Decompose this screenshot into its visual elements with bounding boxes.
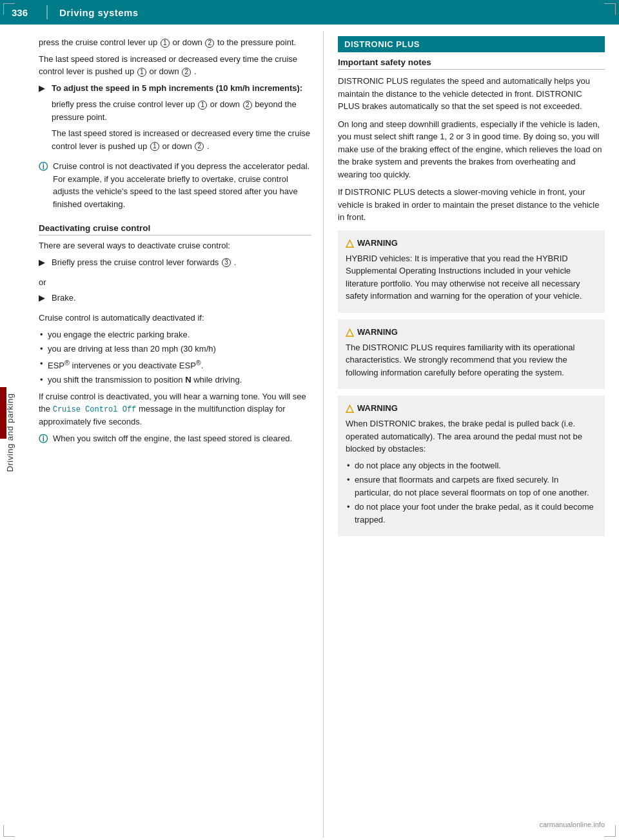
adjust-or: or down — [210, 99, 242, 109]
circle-1-intro: 1 — [161, 39, 170, 48]
distronic-intro: DISTRONIC PLUS regulates the speed and a… — [338, 75, 605, 113]
adjust-speed-item: ▶ To adjust the speed in 5 mph increment… — [39, 82, 311, 157]
long-steep-text: On long and steep downhill gradients, es… — [338, 118, 605, 181]
warning-text-2: The DISTRONIC PLUS requires familiarity … — [346, 341, 597, 379]
info-icon-1: ⓘ — [39, 160, 50, 214]
adjust-detail-para: briefly press the cruise control lever u… — [52, 98, 311, 123]
warning-label-2: WARNING — [357, 327, 398, 337]
header-title: Driving systems — [59, 7, 139, 18]
warning-text-1: HYBRID vehicles: It is imperative that y… — [346, 252, 597, 303]
warning-label-3: WARNING — [357, 403, 398, 413]
w3-bullet-text-3: do not place your foot under the brake p… — [355, 502, 594, 525]
info-content-2: When you switch off the engine, the last… — [53, 432, 311, 449]
corner-mark-tr — [604, 3, 616, 15]
intro-paragraph: press the cruise control lever up 1 or d… — [39, 36, 311, 49]
watermark: carmanualonline.info — [539, 821, 605, 828]
last-or: or down — [149, 66, 181, 76]
bullet-text-2: you are driving at less than 20 mph (30 … — [48, 344, 216, 354]
circle-2-adj: 2 — [243, 101, 252, 110]
adj-ls-period: . — [207, 141, 210, 151]
w3-bullet-text-1: do not place any objects in the footwell… — [355, 461, 501, 470]
intro-or: or down — [173, 37, 205, 47]
warning-box-2: △ WARNING The DISTRONIC PLUS requires fa… — [338, 319, 605, 390]
info-block-1: ⓘ Cruise control is not deactivated if y… — [39, 160, 311, 214]
header-bar: 336 Driving systems — [0, 0, 619, 25]
deactivating-heading: Deactivating cruise control — [39, 223, 311, 235]
sidebar-accent — [0, 387, 6, 439]
if-deact-para: If cruise control is deactivated, you wi… — [39, 390, 311, 428]
cruise-control-off-mono: Cruise Control Off — [53, 405, 137, 414]
bullet-item-3: ESP® intervenes or you deactivate ESP®. — [39, 357, 311, 372]
deact-bullet-list: you engage the electric parking brake. y… — [39, 328, 311, 386]
right-column: DISTRONIC PLUS Important safety notes DI… — [324, 31, 619, 837]
w3-bullet-1: do not place any objects in the footwell… — [346, 459, 597, 472]
warning-triangle-3: △ — [346, 402, 353, 414]
briefly-arrow: ▶ — [39, 256, 49, 273]
briefly-content: Briefly press the cruise control lever f… — [52, 256, 311, 273]
circle-1-adjls: 1 — [150, 142, 159, 151]
corner-mark-tl — [3, 3, 15, 15]
warning-header-1: △ WARNING — [346, 237, 597, 249]
adjust-content: To adjust the speed in 5 mph increments … — [52, 82, 311, 157]
last-period: . — [194, 66, 197, 76]
circle-2-adjls: 2 — [195, 142, 204, 151]
bullet-text-1: you engage the electric parking brake. — [48, 330, 190, 339]
corner-mark-br — [604, 825, 616, 837]
info-block-2: ⓘ When you switch off the engine, the la… — [39, 432, 311, 449]
adjust-last-speed: The last speed stored is increased or de… — [52, 127, 311, 152]
info-icon-2: ⓘ — [39, 432, 50, 449]
warning-text-3: When DISTRONIC brakes, the brake pedal i… — [346, 417, 597, 455]
w3-bullet-2: ensure that floormats and carpets are fi… — [346, 474, 597, 499]
page-number: 336 — [12, 7, 35, 18]
info-text-2: When you switch off the engine, the last… — [53, 432, 311, 445]
briefly-label: Briefly press the cruise control lever f… — [52, 257, 219, 267]
circle-1-adj: 1 — [198, 101, 207, 110]
last-speed-paragraph: The last speed stored is increased or de… — [39, 53, 311, 78]
header-divider — [46, 5, 48, 19]
info-text-1: Cruise control is not deactivated if you… — [53, 160, 311, 210]
left-column: press the cruise control lever up 1 or d… — [21, 31, 324, 837]
deactivating-intro: There are several ways to deactivate cru… — [39, 239, 311, 252]
or-line: or — [39, 276, 311, 289]
adj-ls-or: or down — [162, 141, 194, 151]
distronic-header: DISTRONIC PLUS — [338, 36, 605, 52]
briefly-period: . — [234, 257, 237, 267]
warning-box-1: △ WARNING HYBRID vehicles: It is imperat… — [338, 230, 605, 313]
warning-header-2: △ WARNING — [346, 326, 597, 338]
if-distronic-text: If DISTRONIC PLUS detects a slower-movin… — [338, 186, 605, 224]
bullet-text-3: ESP® intervenes or you deactivate ESP®. — [48, 361, 203, 370]
circle-3-briefly: 3 — [222, 258, 231, 267]
brake-content: Brake. — [52, 292, 311, 308]
brake-item: ▶ Brake. — [39, 292, 311, 308]
brake-arrow: ▶ — [39, 292, 49, 308]
adjust-label-text: To adjust the speed in 5 mph increments … — [52, 83, 302, 93]
w3-bullet-text-2: ensure that floormats and carpets are fi… — [355, 475, 589, 497]
warning-label-1: WARNING — [357, 238, 398, 248]
briefly-press-item: ▶ Briefly press the cruise control lever… — [39, 256, 311, 273]
content-area: press the cruise control lever up 1 or d… — [21, 25, 619, 837]
adjust-label: To adjust the speed in 5 mph increments … — [52, 82, 311, 95]
bullet-item-2: you are driving at less than 20 mph (30 … — [39, 343, 311, 355]
intro-rest: to the pressure point. — [217, 37, 296, 47]
bullet-text-4: you shift the transmission to position N… — [48, 375, 242, 385]
warning-header-3: △ WARNING — [346, 402, 597, 414]
w3-bullet-3: do not place your foot under the brake p… — [346, 501, 597, 526]
warning3-bullet-list: do not place any objects in the footwell… — [346, 459, 597, 526]
brake-label: Brake. — [52, 292, 311, 305]
adjust-arrow: ▶ — [39, 82, 49, 157]
auto-deact-text: Cruise control is automatically deactiva… — [39, 312, 311, 325]
important-safety-heading: Important safety notes — [338, 57, 605, 70]
sidebar-label-text: Driving and parking — [6, 393, 15, 472]
circle-2-last: 2 — [182, 68, 191, 77]
bullet-item-1: you engage the electric parking brake. — [39, 328, 311, 341]
circle-2-intro: 2 — [205, 39, 214, 48]
warning-triangle-2: △ — [346, 326, 353, 338]
intro-text: press the cruise control lever up — [39, 37, 157, 47]
adjust-detail-text: briefly press the cruise control lever u… — [52, 99, 195, 109]
warning-box-3: △ WARNING When DISTRONIC brakes, the bra… — [338, 395, 605, 536]
bullet-item-4: you shift the transmission to position N… — [39, 374, 311, 386]
info-content-1: Cruise control is not deactivated if you… — [53, 160, 311, 214]
circle-1-last: 1 — [137, 68, 146, 77]
briefly-text: Briefly press the cruise control lever f… — [52, 256, 311, 269]
warning-triangle-1: △ — [346, 237, 353, 249]
